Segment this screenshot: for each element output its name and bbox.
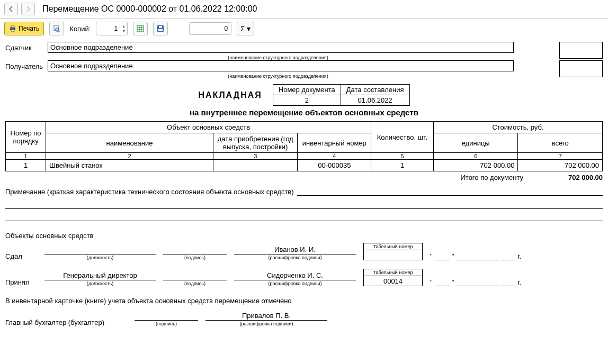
took-sign bbox=[163, 270, 227, 280]
row-inv: 00-000035 bbox=[298, 160, 371, 171]
gave-tabnum-label: Табельный номер bbox=[364, 243, 422, 250]
colnum-1: 1 bbox=[6, 153, 46, 160]
sigma-icon: Σ bbox=[240, 25, 245, 33]
gave-row: Сдал (должность) (подпись) Иванов И. И. … bbox=[5, 243, 603, 260]
receiver-label: Получатель bbox=[5, 62, 48, 71]
th-num: Номер по порядку bbox=[6, 122, 46, 153]
document-title: НАКЛАДНАЯ bbox=[199, 90, 262, 100]
window-title: Перемещение ОС 0000-000002 от 01.06.2022… bbox=[42, 4, 257, 14]
svg-rect-1 bbox=[11, 26, 14, 28]
gave-decode-cap: (расшифровка подписи) bbox=[269, 255, 322, 260]
took-tabnum: 00014 bbox=[364, 276, 422, 286]
receiver-value: Основное подразделение bbox=[48, 60, 514, 71]
totals-row: Итого по документу 702 000.00 bbox=[5, 174, 603, 181]
chief-name: Привалов П. В. bbox=[205, 310, 327, 321]
forward-button[interactable] bbox=[21, 3, 35, 15]
note-line bbox=[297, 187, 603, 196]
gave-day bbox=[435, 251, 450, 260]
copies-label: Копий: bbox=[69, 25, 91, 33]
gave-month bbox=[456, 251, 498, 260]
took-date: "" г. bbox=[430, 277, 521, 286]
header-table: Номер документа Дата составления 2 01.06… bbox=[273, 84, 410, 106]
preview-button[interactable] bbox=[49, 22, 64, 35]
title-bar: Перемещение ОС 0000-000002 от 01.06.2022… bbox=[0, 0, 608, 19]
gave-position-cap: (должность) bbox=[87, 255, 114, 260]
print-button[interactable]: Печать bbox=[4, 22, 44, 35]
date-value: 01.06.2022 bbox=[341, 95, 409, 106]
excel-button[interactable] bbox=[133, 22, 148, 35]
date-label: Дата составления bbox=[341, 85, 409, 95]
took-position: Генеральный директор bbox=[44, 270, 156, 280]
back-button[interactable] bbox=[4, 3, 18, 15]
th-total: всего bbox=[518, 133, 603, 153]
receiver-caption: (наименование структурного подразделения… bbox=[48, 74, 508, 79]
gave-position bbox=[44, 244, 156, 254]
took-sign-cap: (подпись) bbox=[184, 281, 205, 286]
took-day bbox=[435, 277, 450, 286]
gave-year-suffix: г. bbox=[517, 252, 521, 260]
gave-name: Иванов И. И. bbox=[234, 244, 356, 254]
row-num: 1 bbox=[6, 160, 46, 171]
gave-label: Сдал bbox=[5, 252, 37, 260]
svg-rect-13 bbox=[158, 29, 163, 31]
took-decode-cap: (расшифровка подписи) bbox=[269, 281, 322, 286]
colnum-5: 5 bbox=[371, 153, 434, 160]
copies-down[interactable]: ▼ bbox=[120, 29, 127, 33]
th-unit: единицы bbox=[433, 133, 518, 153]
note-line-2 bbox=[5, 200, 603, 209]
th-object: Объект основных средств bbox=[46, 122, 371, 133]
svg-rect-6 bbox=[137, 25, 144, 32]
took-tabnum-label: Табельный номер bbox=[364, 269, 422, 276]
sender-value: Основное подразделение bbox=[48, 42, 514, 53]
docnum-label: Номер документа bbox=[273, 85, 341, 95]
spreadsheet-icon bbox=[137, 25, 144, 32]
colnum-3: 3 bbox=[213, 153, 298, 160]
row-unit: 702 000.00 bbox=[433, 160, 518, 171]
colnum-2: 2 bbox=[46, 153, 213, 160]
row-total: 702 000.00 bbox=[518, 160, 603, 171]
sender-caption: (наименование структурного подразделения… bbox=[48, 55, 508, 60]
objects-label: Объекты основных средств bbox=[5, 232, 603, 240]
row-qty: 1 bbox=[371, 160, 434, 171]
save-button[interactable] bbox=[153, 22, 168, 35]
gave-year bbox=[500, 251, 515, 260]
colnum-4: 4 bbox=[298, 153, 371, 160]
printer-icon bbox=[9, 25, 16, 32]
note-row: Примечание (краткая характеристика техни… bbox=[5, 187, 603, 196]
took-year bbox=[500, 277, 515, 286]
took-label: Принял bbox=[5, 278, 37, 286]
main-table: Номер по порядку Объект основных средств… bbox=[5, 121, 603, 171]
svg-rect-12 bbox=[159, 26, 162, 28]
th-qty: Количество, шт. bbox=[371, 122, 434, 153]
docnum-value: 2 bbox=[273, 95, 341, 106]
gave-sign-cap: (подпись) bbox=[184, 255, 205, 260]
chief-sign-cap: (подпись) bbox=[156, 321, 177, 326]
gave-sign bbox=[163, 244, 227, 254]
took-tabnum-box: Табельный номер 00014 bbox=[363, 269, 423, 286]
pages-input[interactable] bbox=[189, 22, 231, 35]
sum-button[interactable]: Σ ▾ bbox=[237, 22, 254, 35]
gave-date: "" г. bbox=[430, 251, 521, 260]
copies-input[interactable] bbox=[96, 25, 120, 32]
svg-line-5 bbox=[58, 31, 60, 32]
th-inv: инвентарный номер bbox=[298, 133, 371, 153]
svg-rect-2 bbox=[11, 30, 14, 31]
th-acq: дата приобретения (год выпуска, постройк… bbox=[213, 133, 298, 153]
totals-value: 702 000.00 bbox=[544, 174, 603, 181]
chief-decode-cap: (расшифровка подписи) bbox=[240, 321, 293, 326]
document-body: Сдатчик Основное подразделение (наименов… bbox=[0, 39, 608, 332]
document-subtitle: на внутреннее перемещение объектов основ… bbox=[5, 108, 603, 117]
took-month bbox=[456, 277, 498, 286]
chief-label: Главный бухгалтер (бухгалтер) bbox=[5, 319, 127, 326]
th-name: наименование bbox=[46, 133, 213, 153]
receiver-sidebox bbox=[559, 60, 603, 77]
sender-sidebox bbox=[559, 42, 603, 59]
print-label: Печать bbox=[19, 25, 39, 32]
th-cost: Стоимость, руб. bbox=[433, 122, 602, 133]
copies-spinner[interactable]: ▲ ▼ bbox=[96, 22, 128, 35]
row-name: Швейный станок bbox=[46, 160, 213, 171]
chief-row: Главный бухгалтер (бухгалтер) (подпись) … bbox=[5, 310, 603, 326]
took-position-cap: (должность) bbox=[87, 281, 114, 286]
document-magnifier-icon bbox=[53, 25, 60, 32]
copies-up[interactable]: ▲ bbox=[120, 24, 127, 29]
